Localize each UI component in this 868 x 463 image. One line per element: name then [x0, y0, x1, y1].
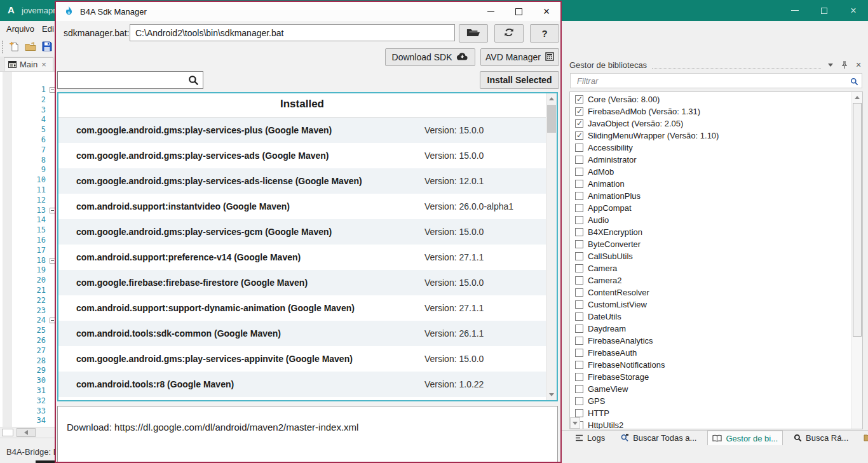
- library-row[interactable]: GameView: [570, 383, 850, 395]
- library-checkbox[interactable]: [575, 361, 583, 369]
- library-row[interactable]: FirebaseAuth: [570, 347, 850, 359]
- library-checkbox[interactable]: [575, 131, 583, 140]
- panel-close-button[interactable]: ×: [854, 60, 863, 69]
- library-row[interactable]: CallSubUtils: [570, 250, 850, 262]
- package-row[interactable]: com.google.android.gms:play-services-gcm…: [58, 219, 546, 245]
- library-checkbox[interactable]: [575, 300, 583, 309]
- dialog-minimize-button[interactable]: [477, 2, 505, 21]
- avd-manager-button[interactable]: AVD Manager: [480, 48, 559, 66]
- library-checkbox[interactable]: [575, 288, 583, 297]
- package-row[interactable]: com.android.tools:sdk-common (Google Mav…: [58, 321, 546, 346]
- library-checkbox[interactable]: [575, 312, 583, 321]
- menu-arquivo[interactable]: Arquivo: [6, 24, 34, 34]
- download-sdk-button[interactable]: Download SDK: [385, 48, 475, 66]
- package-row[interactable]: com.android.support:preference-v14 (Goog…: [58, 245, 546, 270]
- library-row[interactable]: Core (Versão: 8.00): [570, 93, 850, 105]
- library-row[interactable]: ContentResolver: [570, 286, 850, 299]
- dialog-close-button[interactable]: ×: [532, 2, 560, 21]
- library-row[interactable]: FirebaseAnalytics: [570, 335, 850, 347]
- library-checkbox[interactable]: [575, 144, 583, 152]
- scroll-down-button[interactable]: [546, 389, 557, 400]
- library-checkbox[interactable]: [575, 373, 583, 381]
- scroll-up-icon[interactable]: [855, 96, 860, 99]
- library-row[interactable]: B4XEncryption: [570, 226, 850, 238]
- library-checkbox[interactable]: [575, 325, 583, 333]
- library-row[interactable]: Accessibility: [570, 142, 850, 154]
- library-row[interactable]: HTTP: [570, 407, 850, 419]
- open-project-button[interactable]: [24, 41, 37, 54]
- library-checkbox[interactable]: [575, 228, 583, 236]
- library-checkbox[interactable]: [575, 192, 583, 200]
- library-checkbox[interactable]: [575, 204, 583, 212]
- library-row[interactable]: Administrator: [570, 154, 850, 166]
- library-row[interactable]: Daydream: [570, 323, 850, 335]
- library-scroll-thumb[interactable]: [853, 103, 862, 337]
- library-checkbox[interactable]: [575, 264, 583, 272]
- tab-close-icon[interactable]: ×: [41, 60, 46, 69]
- package-row[interactable]: com.android.support:support-dynamic-anim…: [58, 295, 546, 321]
- library-checkbox[interactable]: [575, 385, 583, 393]
- package-row[interactable]: com.google.firebase:firebase-firestore (…: [58, 270, 546, 295]
- package-row[interactable]: com.android.tools:r8 (Google Maven)Versi…: [58, 372, 546, 397]
- scroll-up-button[interactable]: [546, 93, 557, 104]
- refresh-button[interactable]: [494, 24, 524, 43]
- menu-editar[interactable]: Edi: [42, 24, 54, 34]
- library-row[interactable]: ByteConverter: [570, 238, 850, 250]
- hscroll-thumb[interactable]: [2, 429, 13, 436]
- library-row[interactable]: Camera2: [570, 274, 850, 286]
- library-row[interactable]: SlidingMenuWrapper (Versão: 1.10): [570, 130, 850, 142]
- sdk-path-input[interactable]: [130, 24, 455, 41]
- save-button[interactable]: [41, 41, 53, 54]
- package-row[interactable]: com.android.support:instantvideo (Google…: [58, 194, 546, 219]
- library-checkbox[interactable]: [575, 156, 583, 164]
- library-checkbox[interactable]: [575, 216, 583, 224]
- library-row[interactable]: Camera: [570, 262, 850, 274]
- library-row[interactable]: HttpUtils2: [570, 419, 850, 429]
- dock-tab-busca-r[interactable]: Busca Rá...: [789, 431, 853, 445]
- tab-main[interactable]: Main ×: [4, 57, 53, 71]
- library-checkbox[interactable]: [575, 337, 583, 345]
- library-row[interactable]: DateUtils: [570, 311, 850, 323]
- dock-tab-gestor-de-bi[interactable]: Gestor de bi...: [707, 430, 783, 445]
- package-row[interactable]: com.google.android.gms:play-services-ads…: [58, 168, 546, 194]
- dialog-maximize-button[interactable]: [505, 2, 532, 21]
- library-row[interactable]: GPS: [570, 395, 850, 407]
- library-filter-input[interactable]: [576, 75, 843, 86]
- library-checkbox[interactable]: [575, 119, 583, 128]
- install-selected-button[interactable]: Install Selected: [480, 71, 559, 89]
- library-checkbox[interactable]: [575, 95, 583, 104]
- library-checkbox[interactable]: [575, 252, 583, 260]
- library-scrollbar[interactable]: [851, 92, 862, 429]
- dock-tab-buscar-todas-a[interactable]: Buscar Todas a...: [616, 431, 701, 445]
- package-row[interactable]: com.google.android.gms:play-services-app…: [58, 346, 546, 372]
- library-row[interactable]: Animation: [570, 178, 850, 190]
- package-search-input[interactable]: [62, 74, 186, 86]
- help-button[interactable]: ?: [530, 24, 559, 43]
- library-row[interactable]: FirebaseStorage: [570, 371, 850, 383]
- library-row[interactable]: AppCompat: [570, 202, 850, 214]
- scroll-down-button[interactable]: [570, 417, 580, 429]
- library-checkbox[interactable]: [575, 409, 583, 417]
- ide-minimize-button[interactable]: [780, 0, 810, 21]
- toolbar-grip[interactable]: [2, 41, 3, 53]
- packages-scroll-thumb[interactable]: [547, 105, 556, 133]
- library-checkbox[interactable]: [575, 276, 583, 285]
- panel-menu-button[interactable]: [826, 60, 835, 69]
- hscroll-left-button[interactable]: [17, 428, 36, 437]
- panel-pin-button[interactable]: [840, 60, 849, 69]
- ide-close-button[interactable]: ×: [839, 0, 868, 21]
- library-row[interactable]: CustomListView: [570, 299, 850, 311]
- new-file-button[interactable]: [8, 41, 20, 54]
- library-row[interactable]: FirebaseAdMob (Versão: 1.31): [570, 105, 850, 117]
- package-row[interactable]: com.google.android.gms:play-services-ads…: [58, 143, 546, 168]
- search-icon[interactable]: [188, 75, 199, 88]
- packages-scrollbar[interactable]: [546, 93, 557, 400]
- library-checkbox[interactable]: [575, 349, 583, 357]
- library-row[interactable]: Audio: [570, 214, 850, 226]
- browse-folder-button[interactable]: [459, 24, 488, 43]
- dock-tab-logs[interactable]: Logs: [571, 431, 609, 445]
- library-row[interactable]: JavaObject (Versão: 2.05): [570, 117, 850, 130]
- filter-search-icon[interactable]: [850, 77, 858, 88]
- library-checkbox[interactable]: [575, 397, 583, 405]
- ide-maximize-button[interactable]: [810, 0, 839, 21]
